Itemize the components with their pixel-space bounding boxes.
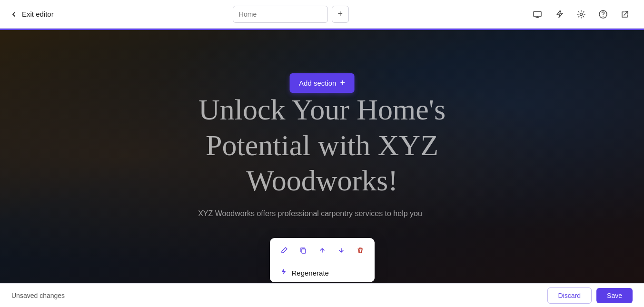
selection-border xyxy=(0,29,644,30)
external-link-button[interactable] xyxy=(615,5,634,24)
desktop-view-button[interactable] xyxy=(528,5,547,24)
add-section-plus-icon: + xyxy=(340,78,345,88)
hero-subtitle: XYZ Woodworks offers professional carpen… xyxy=(156,208,465,220)
copy-button[interactable] xyxy=(295,242,312,259)
svg-rect-0 xyxy=(534,11,541,17)
exit-editor-label: Exit editor xyxy=(22,10,54,18)
floating-toolbar: Regenerate xyxy=(270,238,375,282)
add-page-button[interactable]: + xyxy=(332,6,349,23)
url-input-wrap: Home xyxy=(233,6,328,23)
hero-title: Unlock Your Home's Potential with XYZ Wo… xyxy=(156,92,489,198)
svg-rect-4 xyxy=(302,249,306,253)
lightning-button[interactable] xyxy=(550,5,569,24)
exit-editor-button[interactable]: Exit editor xyxy=(10,10,54,19)
help-button[interactable] xyxy=(594,5,613,24)
canvas-area: Unlock Your Home's Potential with XYZ Wo… xyxy=(0,29,644,283)
chevron-left-icon xyxy=(10,10,18,19)
topbar: Exit editor Home + xyxy=(0,0,644,29)
svg-point-1 xyxy=(580,13,582,15)
regenerate-label: Regenerate xyxy=(292,269,329,277)
save-button[interactable]: Save xyxy=(596,288,633,303)
bottombar-actions: Discard Save xyxy=(547,287,633,304)
toolbar-icons-row xyxy=(270,238,375,263)
edit-button[interactable] xyxy=(276,242,293,259)
hero-content: Unlock Your Home's Potential with XYZ Wo… xyxy=(137,92,508,220)
settings-button[interactable] xyxy=(572,5,591,24)
move-down-button[interactable] xyxy=(333,242,350,259)
regenerate-lightning-icon xyxy=(279,268,287,277)
unsaved-changes-label: Unsaved changes xyxy=(11,292,65,299)
add-section-button[interactable]: Add section + xyxy=(289,73,355,93)
discard-button[interactable]: Discard xyxy=(547,287,592,304)
svg-point-3 xyxy=(603,16,604,17)
bottombar: Unsaved changes Discard Save xyxy=(0,283,644,307)
topbar-center: Home + xyxy=(233,6,349,23)
url-input[interactable]: Home xyxy=(239,10,315,18)
move-up-button[interactable] xyxy=(314,242,331,259)
add-section-label: Add section xyxy=(299,79,336,87)
delete-button[interactable] xyxy=(352,242,369,259)
topbar-right xyxy=(528,5,634,24)
regenerate-row[interactable]: Regenerate xyxy=(270,263,375,282)
